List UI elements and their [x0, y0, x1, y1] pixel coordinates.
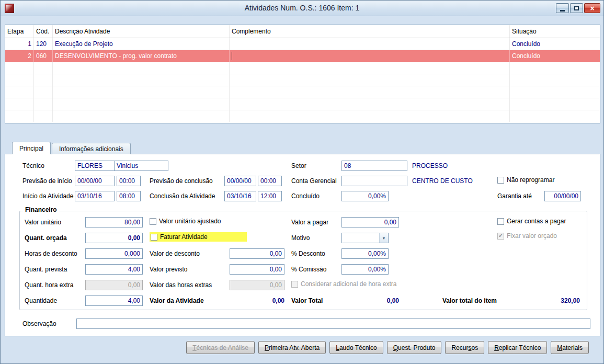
window-controls [555, 3, 600, 13]
chevron-down-icon[interactable] [379, 233, 388, 243]
quant-orcada-input[interactable]: 0,00 [85, 233, 143, 243]
quant-prevista-input[interactable]: 4,00 [85, 264, 143, 275]
table-row-empty[interactable] [5, 98, 600, 110]
garantia-ate-label: Garantia até [497, 192, 532, 200]
nao-reprogramar-checkbox[interactable]: Não reprogramar [497, 176, 554, 184]
column-header-cod: Cód. [34, 25, 53, 38]
previsao-inicio-time-input[interactable]: 00:00 [117, 176, 141, 186]
conta-gerencial-input[interactable] [341, 176, 407, 186]
activity-row-2[interactable]: 2 060 DESENVOLVIMENTO - prog. valor cont… [5, 50, 600, 62]
valor-total-item-label: Valor total do item [442, 297, 497, 304]
minimize-icon [560, 10, 565, 12]
cell-empty [230, 62, 510, 74]
cell-descricao: DESENVOLVIMENTO - prog. valor contrato [53, 50, 230, 62]
concluido-label: Concluído [291, 192, 320, 200]
table-row-empty[interactable] [5, 86, 600, 98]
primeira-atv-aberta-button[interactable]: Primeira Atv. Aberta [258, 341, 326, 354]
cell-complemento [230, 38, 510, 50]
button-label: Quest. Produto [393, 344, 436, 351]
replicar-tecnico-button[interactable]: Replicar Técnico [488, 341, 547, 354]
inicio-atividade-time-input[interactable]: 08:00 [117, 191, 141, 201]
cell-empty [53, 62, 230, 74]
valor-a-pagar-input[interactable]: 0,00 [341, 217, 399, 228]
motivo-selected-value [342, 233, 379, 243]
quantidade-input[interactable]: 4,00 [85, 295, 143, 306]
conta-gerencial-description: CENTRO DE CUSTO [412, 177, 473, 185]
setor-description: PROCESSO [412, 162, 448, 169]
valor-unitario-input[interactable]: 80,00 [85, 217, 143, 228]
cell-empty [510, 98, 600, 110]
motivo-select[interactable] [341, 233, 389, 243]
inicio-atividade-date-input[interactable]: 03/10/16 [75, 191, 115, 201]
observacao-input[interactable] [76, 318, 590, 329]
button-label: Laudo Técnico [336, 344, 377, 351]
checkbox-label: Faturar Atividade [160, 233, 208, 241]
cell-empty [34, 98, 53, 110]
cell-empty [34, 86, 53, 98]
checkbox-box [291, 281, 298, 288]
quant-prevista-label: Quant. prevista [25, 266, 67, 273]
financeiro-group-title: Financeiro [23, 206, 59, 213]
concluido-input[interactable]: 0,00% [341, 191, 389, 201]
tab-informacoes-adicionais[interactable]: Informações adicionais [52, 143, 131, 154]
valor-de-desconto-input[interactable]: 0,00 [230, 248, 284, 259]
considerar-adicional-checkbox: Considerar adicional de hora extra [291, 280, 396, 288]
checkmark-icon [497, 233, 504, 240]
tecnicas-de-analise-button: Técnicas de Análise [186, 341, 255, 354]
quant-hora-extra-label: Quant. hora extra [25, 281, 73, 289]
tecnico-input[interactable]: FLORES [75, 161, 115, 171]
window-title: Atividades Num. O.S.: 1606 Item: 1 [1, 4, 603, 12]
maximize-button[interactable] [570, 3, 583, 13]
valor-da-atividade-label: Valor da Atividade [150, 297, 204, 304]
previsao-conclusao-date-input[interactable]: 00/00/00 [224, 176, 256, 186]
table-row-empty[interactable] [5, 62, 600, 74]
pct-desconto-label: % Desconto [291, 250, 325, 257]
maximize-icon [574, 6, 579, 10]
checkbox-box [497, 177, 504, 184]
materiais-button[interactable]: Materiais [551, 341, 589, 354]
cell-etapa: 1 [5, 38, 34, 50]
cell-empty [230, 74, 510, 86]
setor-input[interactable]: 08 [341, 161, 407, 171]
close-button[interactable] [584, 3, 600, 13]
conclusao-atividade-time-input[interactable]: 12:00 [258, 191, 282, 201]
valor-previsto-input[interactable]: 0,00 [230, 264, 284, 275]
laudo-tecnico-button[interactable]: Laudo Técnico [329, 341, 383, 354]
button-label: Replicar Técnico [494, 344, 541, 351]
table-row-empty[interactable] [5, 110, 600, 122]
valor-previsto-label: Valor previsto [150, 266, 187, 273]
cell-empty [5, 110, 34, 122]
previsao-inicio-date-input[interactable]: 00/00/00 [75, 176, 115, 186]
valor-de-desconto-label: Valor de desconto [150, 250, 200, 257]
table-row-empty[interactable] [5, 74, 600, 86]
valor-a-pagar-label: Valor a pagar [291, 219, 328, 226]
cell-situacao: Concluído [510, 38, 600, 50]
previsao-conclusao-time-input[interactable]: 00:00 [258, 176, 282, 186]
cell-empty [5, 74, 34, 86]
horas-de-desconto-input[interactable]: 0,000 [85, 248, 143, 259]
activity-row-1[interactable]: 1 120 Execução de Projeto Concluído [5, 38, 600, 50]
valor-da-atividade-value: 0,00 [230, 297, 284, 304]
horas-de-desconto-label: Horas de desconto [25, 250, 77, 257]
valor-horas-extras-label: Valor das horas extras [150, 281, 212, 289]
button-label: Materiais [557, 344, 583, 351]
valor-unitario-ajustado-checkbox[interactable]: Valor unitário ajustado [150, 218, 221, 225]
conclusao-atividade-date-input[interactable]: 03/10/16 [224, 191, 256, 201]
cell-empty [510, 74, 600, 86]
pct-desconto-input[interactable]: 0,00% [341, 248, 389, 259]
recursos-button[interactable]: Recursos [445, 341, 484, 354]
quant-hora-extra-input: 0,00 [85, 280, 143, 290]
button-label: Primeira Atv. Aberta [265, 344, 320, 351]
tab-principal[interactable]: Principal [12, 142, 51, 154]
cell-empty [510, 62, 600, 74]
minimize-button[interactable] [556, 3, 569, 13]
motivo-label: Motivo [291, 234, 310, 242]
gerar-contas-a-pagar-checkbox[interactable]: Gerar contas a pagar [497, 218, 566, 225]
pct-comissao-input[interactable]: 0,00% [341, 264, 389, 275]
valor-total-value: 0,00 [341, 297, 399, 304]
garantia-ate-input[interactable]: 00/00/00 [544, 191, 581, 201]
quest-produto-button[interactable]: Quest. Produto [387, 341, 442, 354]
faturar-atividade-checkbox[interactable]: Faturar Atividade [150, 232, 247, 242]
conta-gerencial-label: Conta Gerencial [291, 177, 337, 185]
observacao-label: Observação [22, 320, 56, 327]
